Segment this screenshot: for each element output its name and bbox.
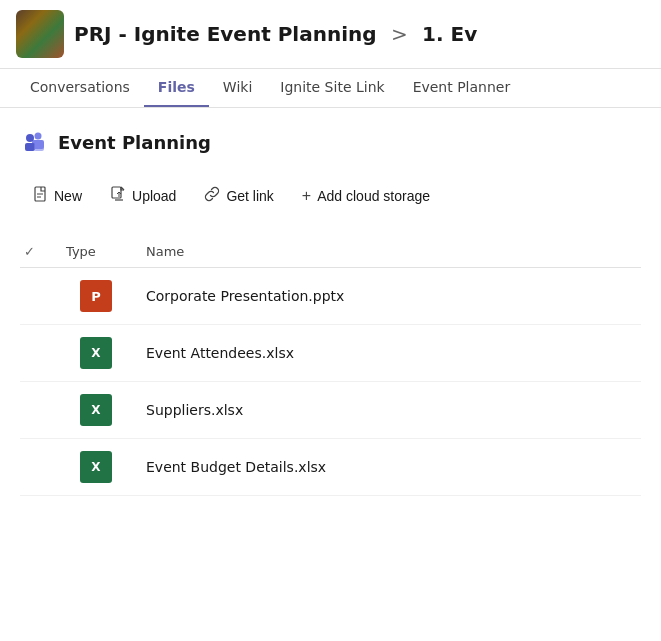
row-filename[interactable]: Corporate Presentation.pptx: [136, 268, 641, 325]
get-link-label: Get link: [226, 188, 273, 204]
upload-label: Upload: [132, 188, 176, 204]
svg-rect-5: [34, 143, 44, 151]
upload-icon: [110, 186, 126, 206]
col-type[interactable]: Type: [56, 236, 136, 268]
xlsx-icon: X: [80, 451, 112, 483]
new-icon: [32, 186, 48, 206]
add-cloud-label: Add cloud storage: [317, 188, 430, 204]
upload-button[interactable]: Upload: [98, 180, 188, 212]
table-row[interactable]: X Event Budget Details.xlsx: [20, 439, 641, 496]
row-type: X: [56, 325, 136, 382]
toolbar: New Upload Get link: [20, 176, 641, 216]
row-filename[interactable]: Suppliers.xlsx: [136, 382, 641, 439]
header-title-bold: 1. Ev: [422, 22, 477, 46]
svg-point-3: [26, 134, 34, 142]
svg-rect-4: [25, 143, 35, 151]
row-check[interactable]: [20, 439, 56, 496]
xlsx-icon: X: [80, 337, 112, 369]
pptx-icon: P: [80, 280, 112, 312]
get-link-button[interactable]: Get link: [192, 180, 285, 212]
table-row[interactable]: X Event Attendees.xlsx: [20, 325, 641, 382]
col-type-label: Type: [66, 244, 96, 259]
row-check[interactable]: [20, 268, 56, 325]
table-row[interactable]: X Suppliers.xlsx: [20, 382, 641, 439]
content-area: Event Planning New: [0, 108, 661, 506]
add-cloud-icon: +: [302, 187, 311, 205]
header-title: PRJ - Ignite Event Planning > 1. Ev: [74, 22, 477, 46]
new-button[interactable]: New: [20, 180, 94, 212]
tab-ignite-site-link[interactable]: Ignite Site Link: [266, 69, 398, 107]
file-table: ✓ Type Name P Corporate Presentation.ppt…: [20, 236, 641, 496]
row-type: P: [56, 268, 136, 325]
teams-icon: [20, 128, 48, 156]
svg-point-1: [35, 133, 42, 140]
nav-tabs: Conversations Files Wiki Ignite Site Lin…: [0, 69, 661, 108]
app-header: PRJ - Ignite Event Planning > 1. Ev: [0, 0, 661, 69]
sort-check-icon: ✓: [24, 244, 35, 259]
link-icon: [204, 186, 220, 206]
col-name-label: Name: [146, 244, 184, 259]
row-type: X: [56, 382, 136, 439]
tab-files[interactable]: Files: [144, 69, 209, 107]
row-check[interactable]: [20, 325, 56, 382]
new-label: New: [54, 188, 82, 204]
section-header: Event Planning: [20, 128, 641, 156]
row-type: X: [56, 439, 136, 496]
team-avatar: [16, 10, 64, 58]
tab-conversations[interactable]: Conversations: [16, 69, 144, 107]
col-check: ✓: [20, 236, 56, 268]
section-title: Event Planning: [58, 132, 211, 153]
header-title-prefix: PRJ - Ignite Event Planning: [74, 22, 377, 46]
header-chevron: >: [385, 22, 414, 46]
tab-wiki[interactable]: Wiki: [209, 69, 266, 107]
add-cloud-button[interactable]: + Add cloud storage: [290, 181, 442, 211]
table-row[interactable]: P Corporate Presentation.pptx: [20, 268, 641, 325]
row-filename[interactable]: Event Budget Details.xlsx: [136, 439, 641, 496]
xlsx-icon: X: [80, 394, 112, 426]
col-name[interactable]: Name: [136, 236, 641, 268]
tab-event-planner[interactable]: Event Planner: [399, 69, 525, 107]
row-check[interactable]: [20, 382, 56, 439]
row-filename[interactable]: Event Attendees.xlsx: [136, 325, 641, 382]
